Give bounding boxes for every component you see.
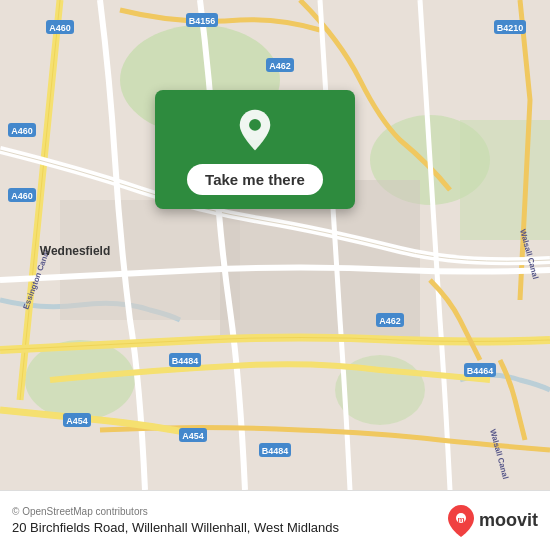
wednesfield-label: Wednesfield [40, 244, 110, 258]
map-container: A460 A460 A460 B4156 A462 B4210 A462 B44… [0, 0, 550, 490]
svg-text:A462: A462 [379, 316, 401, 326]
svg-text:B4464: B4464 [467, 366, 494, 376]
moovit-brand-text: moovit [479, 510, 538, 531]
svg-rect-5 [460, 120, 550, 240]
svg-rect-6 [60, 200, 240, 320]
svg-text:A460: A460 [11, 126, 33, 136]
svg-text:B4156: B4156 [189, 16, 216, 26]
svg-text:A460: A460 [49, 23, 71, 33]
map-svg: A460 A460 A460 B4156 A462 B4210 A462 B44… [0, 0, 550, 490]
svg-text:A460: A460 [11, 191, 33, 201]
location-card[interactable]: Take me there [155, 90, 355, 209]
svg-text:B4210: B4210 [497, 23, 524, 33]
bottom-bar: © OpenStreetMap contributors 20 Birchfie… [0, 490, 550, 550]
svg-text:A454: A454 [66, 416, 88, 426]
copyright-text: © OpenStreetMap contributors [12, 506, 439, 517]
bottom-content: © OpenStreetMap contributors 20 Birchfie… [12, 506, 439, 535]
svg-text:B4484: B4484 [262, 446, 289, 456]
svg-text:B4484: B4484 [172, 356, 199, 366]
moovit-pin-icon: m [447, 504, 475, 538]
location-pin-icon [233, 108, 277, 152]
svg-text:A454: A454 [182, 431, 204, 441]
svg-point-36 [249, 119, 261, 131]
svg-text:A462: A462 [269, 61, 291, 71]
moovit-logo: m moovit [447, 504, 538, 538]
take-me-there-button[interactable]: Take me there [187, 164, 323, 195]
address-text: 20 Birchfields Road, Willenhall Willenha… [12, 520, 439, 535]
svg-text:m: m [457, 515, 464, 524]
